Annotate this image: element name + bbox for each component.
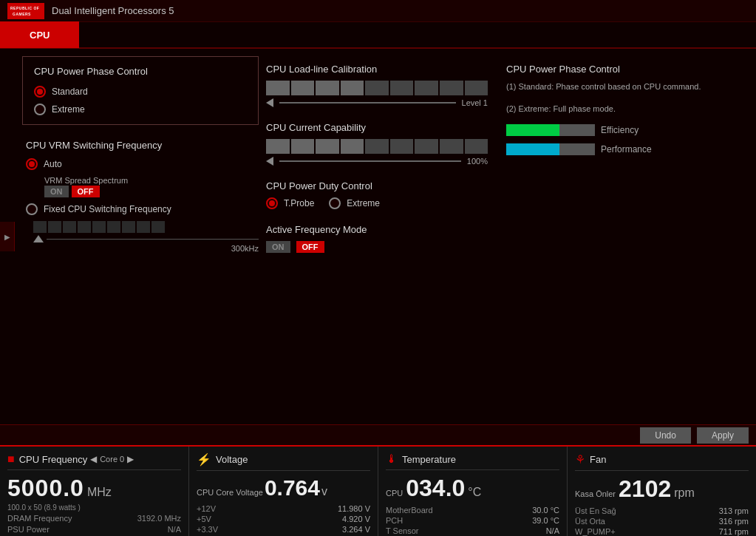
llc-level: Level 1 bbox=[462, 98, 488, 107]
legend-performance-bar bbox=[506, 143, 595, 155]
current-cap-section: CPU Current Capability 100% bbox=[266, 122, 488, 166]
fixed-freq-value: 300kHz bbox=[33, 244, 259, 253]
dram-freq-row: DRAM Frequency 3192.0 MHz bbox=[7, 514, 181, 523]
cpu-power-phase-box: CPU Power Phase Control Standard Extreme bbox=[22, 56, 259, 125]
dram-freq-value: 3192.0 MHz bbox=[137, 514, 181, 523]
cc-arrow bbox=[266, 157, 273, 166]
temp-main-value: 034.0 bbox=[406, 475, 465, 502]
llc-seg-4 bbox=[341, 81, 364, 95]
cpu-freq-unit: MHz bbox=[87, 486, 112, 499]
right-panel: CPU Power Phase Control (1) Standard: Ph… bbox=[495, 56, 749, 417]
status-bar: ■ CPU Frequency ◀ Core 0 ▶ 5000.0 MHz 10… bbox=[0, 445, 756, 536]
cc-seg-4 bbox=[341, 139, 364, 154]
voltage-section: ⚡ Voltage CPU Core Voltage 0.764 v +12V … bbox=[189, 447, 378, 536]
v-12v-value: 11.980 V bbox=[338, 504, 370, 513]
voltage-main-unit: v bbox=[321, 485, 327, 498]
fan-icon: ⚘ bbox=[575, 452, 585, 467]
radio-extreme-outer bbox=[34, 104, 46, 115]
temp-icon: 🌡 bbox=[386, 452, 398, 466]
fixed-freq-slider[interactable] bbox=[33, 221, 259, 233]
llc-seg-7 bbox=[415, 81, 438, 95]
f-row-uo: Üst Orta 316 rpm bbox=[575, 517, 749, 526]
active-freq-toggle: ON OFF bbox=[266, 241, 488, 253]
fan-rows: Üst En Sağ 313 rpm Üst Orta 316 rpm W_PU… bbox=[575, 506, 749, 536]
llc-arrow bbox=[266, 98, 273, 107]
tab-bar: CPU bbox=[0, 22, 756, 49]
cc-seg-5 bbox=[365, 139, 389, 154]
seg-1 bbox=[33, 221, 47, 233]
nav-next-arrow[interactable]: ▶ bbox=[127, 454, 134, 464]
cc-seg-1 bbox=[266, 139, 290, 154]
f-row-wpump: W_PUMP+ 711 rpm bbox=[575, 527, 749, 536]
cpu-power-phase-options: Standard Extreme bbox=[34, 86, 247, 115]
f-row-ues: Üst En Sağ 313 rpm bbox=[575, 506, 749, 515]
llc-seg-9 bbox=[465, 81, 488, 95]
left-panel: CPU Power Phase Control Standard Extreme… bbox=[22, 56, 259, 417]
t-mb-value: 30.0 °C bbox=[532, 506, 559, 515]
v-row-33v: +3.3V 3.264 V bbox=[197, 525, 370, 534]
nav-prev-arrow[interactable]: ◀ bbox=[90, 454, 97, 464]
cpu-vrm-title: CPU VRM Switching Frequency bbox=[26, 140, 259, 151]
apply-button[interactable]: Apply bbox=[697, 427, 749, 444]
radio-extreme[interactable]: Extreme bbox=[34, 104, 247, 115]
llc-seg-2 bbox=[291, 81, 315, 95]
seg-7 bbox=[122, 221, 135, 233]
legend-efficiency-bar bbox=[506, 124, 595, 136]
cc-seg-7 bbox=[415, 139, 438, 154]
cpu-freq-title: CPU Frequency bbox=[19, 454, 87, 465]
dram-freq-label: DRAM Frequency bbox=[7, 514, 72, 523]
fan-section: ⚘ Fan Kasa Önler 2102 rpm Üst En Sağ 313… bbox=[568, 447, 756, 536]
cc-line bbox=[279, 160, 461, 162]
fan-main-unit: rpm bbox=[674, 486, 695, 500]
legend-gray-fill bbox=[559, 124, 595, 136]
legend-perf-gray-fill bbox=[559, 143, 595, 155]
radio-standard[interactable]: Standard bbox=[34, 86, 247, 98]
fan-main-label: Kasa Önler bbox=[575, 489, 616, 498]
cpu-freq-section: ■ CPU Frequency ◀ Core 0 ▶ 5000.0 MHz 10… bbox=[0, 447, 189, 536]
radio-fixed[interactable]: Fixed CPU Switching Frequency bbox=[26, 203, 259, 215]
radio-tprobe-label: T.Probe bbox=[284, 198, 314, 208]
cc-seg-6 bbox=[390, 139, 414, 154]
radio-fixed-label: Fixed CPU Switching Frequency bbox=[44, 204, 171, 214]
llc-title: CPU Load-line Calibration bbox=[266, 64, 488, 75]
psu-power-row: PSU Power N/A bbox=[7, 525, 181, 534]
main-content: ▶ CPU Power Phase Control Standard Extre… bbox=[0, 49, 756, 424]
radio-auto[interactable]: Auto bbox=[26, 158, 259, 170]
psu-power-label: PSU Power bbox=[7, 525, 50, 534]
seg-3 bbox=[63, 221, 76, 233]
voltage-main-value: 0.764 bbox=[265, 475, 320, 501]
radio-fixed-outer bbox=[26, 203, 38, 215]
cpu-freq-icon: ■ bbox=[7, 452, 15, 466]
current-cap-bar bbox=[266, 139, 488, 154]
radio-tprobe[interactable]: T.Probe bbox=[266, 197, 314, 209]
spread-spectrum-label: VRM Spread Spectrum bbox=[44, 176, 128, 185]
voltage-icon: ⚡ bbox=[197, 452, 211, 467]
v-33v-label: +3.3V bbox=[197, 525, 218, 534]
legend-efficiency-label: Efficiency bbox=[601, 125, 638, 135]
cpu-freq-header: ■ CPU Frequency ◀ Core 0 ▶ bbox=[7, 452, 181, 470]
spread-off-button[interactable]: OFF bbox=[72, 186, 100, 197]
radio-extreme-duty[interactable]: Extreme bbox=[329, 197, 380, 209]
radio-tprobe-outer bbox=[266, 197, 278, 209]
voltage-rows: +12V 11.980 V +5V 4.920 V +3.3V 3.264 V … bbox=[197, 504, 370, 536]
seg-4 bbox=[78, 221, 91, 233]
v-5v-label: +5V bbox=[197, 515, 211, 523]
radio-extreme-label: Extreme bbox=[52, 104, 85, 115]
psu-power-value: N/A bbox=[168, 525, 181, 534]
active-freq-on-button[interactable]: ON bbox=[266, 241, 290, 253]
tab-cpu[interactable]: CPU bbox=[0, 21, 79, 48]
v-row-5v: +5V 4.920 V bbox=[197, 515, 370, 523]
voltage-title: Voltage bbox=[216, 454, 248, 465]
active-freq-off-button[interactable]: OFF bbox=[296, 241, 324, 253]
voltage-main-label: CPU Core Voltage bbox=[197, 488, 263, 497]
llc-seg-6 bbox=[390, 81, 414, 95]
power-duty-options: T.Probe Extreme bbox=[266, 197, 488, 209]
t-pch-label: PCH bbox=[386, 516, 403, 525]
temp-title: Temperature bbox=[402, 454, 456, 465]
undo-button[interactable]: Undo bbox=[640, 427, 691, 444]
core-label: Core 0 bbox=[100, 455, 124, 464]
f-wpump-label: W_PUMP+ bbox=[575, 527, 616, 536]
spread-on-button[interactable]: ON bbox=[44, 186, 69, 197]
collapse-arrow[interactable]: ▶ bbox=[0, 222, 15, 251]
seg-6 bbox=[107, 221, 120, 233]
